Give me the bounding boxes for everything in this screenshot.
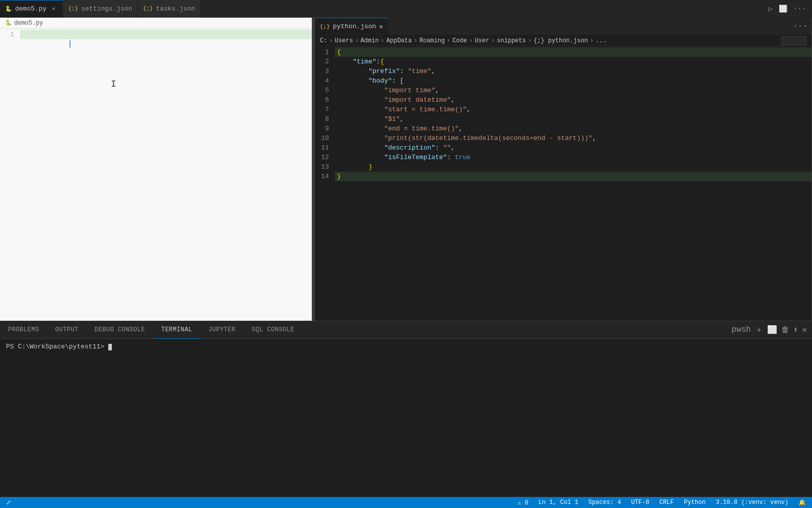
left-filename: demo5.py [14, 20, 43, 27]
left-file-type-icon: 🐍 [5, 20, 12, 26]
right-tab-bar: {;} python.json ✕ ··· [315, 18, 811, 35]
status-bar: ⤢ ⚠ 0 Ln 1, Col 1 Spaces: 4 UTF-8 CRLF P… [0, 497, 812, 508]
breadcrumb-snippets: snippets [497, 37, 526, 44]
breadcrumb-sep3: › [381, 37, 384, 44]
language-text: Python [684, 499, 706, 506]
json-file-icon-python: {;} [320, 24, 330, 30]
code-line-6: "import datetime", [335, 95, 811, 105]
shell-label: pwsh [731, 325, 751, 334]
left-tab-bar: 🐍 demo5.py ✕ {;} settings.json {;} tasks… [0, 0, 812, 18]
left-code-content[interactable]: I [20, 29, 312, 321]
run-icon[interactable]: ▷ [766, 4, 774, 14]
editors-row: 🐍 demo5.py 1 I [0, 18, 812, 321]
code-line-5: "import time", [335, 86, 811, 95]
breadcrumb-appdata: AppData [386, 37, 412, 44]
terminal-cursor [108, 344, 112, 350]
line-col-text: Ln 1, Col 1 [538, 499, 578, 506]
breadcrumb-path: C: › Users › Admin › AppData › Roaming ›… [320, 37, 606, 44]
split-terminal-icon[interactable]: ⬜ [767, 325, 777, 335]
breadcrumb-sep8: › [528, 37, 531, 44]
right-tab-actions: ··· [789, 22, 811, 31]
breadcrumb-python-json: {;} python.json [533, 37, 588, 44]
code-line-9: "end = time.time()", [335, 124, 811, 133]
cursor-area: I [20, 39, 312, 49]
python-file-icon: 🐍 [5, 6, 12, 12]
code-line-8: "$1", [335, 114, 811, 124]
breadcrumb-c: C: [320, 37, 327, 44]
tab-python-json[interactable]: {;} python.json ✕ [315, 18, 388, 35]
left-code-area[interactable]: 1 I [0, 29, 312, 321]
maximize-panel-icon[interactable]: ⬆ [793, 325, 798, 335]
breadcrumb-users: Users [335, 37, 353, 44]
i-beam-indicator: I [111, 80, 116, 89]
left-editor-pane: 🐍 demo5.py 1 I [0, 18, 312, 321]
tab-label-tasks: tasks.json [156, 5, 195, 13]
breadcrumb-sep6: › [469, 37, 472, 44]
code-line-10: "print(str(datetime.timedelta(seconds=en… [335, 133, 811, 143]
status-line-ending[interactable]: CRLF [657, 499, 676, 506]
editor-actions: ▷ ⬜ ··· [762, 4, 812, 14]
json-file-icon-settings: {;} [68, 6, 78, 12]
breadcrumb-code: Code [452, 37, 467, 44]
panel-tab-sql-console[interactable]: SQL CONSOLE [243, 321, 302, 339]
tab-tasks-json[interactable]: {;} tasks.json [138, 0, 201, 18]
close-tab-python-json[interactable]: ✕ [379, 23, 383, 31]
right-line-numbers: 1 2 3 4 5 6 7 8 9 10 11 12 13 14 [315, 46, 335, 321]
breadcrumb-sep7: › [491, 37, 495, 44]
panel-tab-output[interactable]: OUTPUT [47, 321, 87, 339]
close-tab-demo5py[interactable]: ✕ [49, 5, 57, 13]
status-line-col[interactable]: Ln 1, Col 1 [536, 499, 580, 506]
new-terminal-icon[interactable]: ＋ [755, 325, 763, 335]
split-editor-icon[interactable]: ⬜ [777, 4, 789, 14]
right-code-content[interactable]: { "time":{ "prefix": "time", "body": [ "… [335, 46, 811, 321]
bottom-panel: PROBLEMS OUTPUT DEBUG CONSOLE TERMINAL J… [0, 321, 812, 497]
code-line-12: "isFileTemplate": true [335, 153, 811, 162]
more-actions-icon[interactable]: ··· [791, 4, 808, 14]
tab-demo5py[interactable]: 🐍 demo5.py ✕ [0, 0, 63, 18]
encoding-text: UTF-8 [631, 499, 649, 506]
panel-tab-actions: pwsh ＋ ⬜ 🗑 ⬆ ✕ [726, 325, 812, 335]
right-more-actions-icon[interactable]: ··· [793, 22, 807, 31]
json-file-icon-tasks: {;} [143, 6, 153, 12]
panel-tab-jupyter[interactable]: JUPYTER [200, 321, 244, 339]
panel-tab-debug-console[interactable]: DEBUG CONSOLE [87, 321, 153, 339]
line-ending-text: CRLF [659, 499, 674, 506]
terminal-prompt-line: PS C:\WorkSpace\pytest11> [6, 343, 806, 350]
minimap-thumb [781, 36, 806, 45]
bell-icon: 🔔 [798, 499, 806, 506]
terminal-prompt-text: PS C:\WorkSpace\pytest11> [6, 343, 108, 350]
close-panel-icon[interactable]: ✕ [802, 325, 807, 335]
panel-tab-problems[interactable]: PROBLEMS [0, 321, 47, 339]
status-spaces[interactable]: Spaces: 4 [586, 499, 623, 506]
right-code-area[interactable]: 1 2 3 4 5 6 7 8 9 10 11 12 13 14 [315, 46, 811, 321]
code-line-13: } [335, 162, 811, 172]
remote-icon[interactable]: ⤢ [4, 499, 13, 506]
breadcrumb-user: User [475, 37, 489, 44]
left-breadcrumb: 🐍 demo5.py [0, 18, 312, 29]
breadcrumb-sep5: › [447, 37, 450, 44]
trash-icon[interactable]: 🗑 [781, 325, 789, 335]
left-line-numbers: 1 [0, 29, 20, 321]
breadcrumb-sep9: › [590, 37, 593, 44]
code-line-4: "body": [ [335, 76, 811, 86]
status-language[interactable]: Python [682, 499, 708, 506]
status-errors[interactable]: ⚠ 0 [515, 499, 530, 506]
tab-settings-json[interactable]: {;} settings.json [63, 0, 138, 18]
status-notifications[interactable]: 🔔 [796, 499, 808, 506]
status-encoding[interactable]: UTF-8 [629, 499, 651, 506]
status-left: ⤢ [4, 499, 13, 506]
breadcrumb-admin: Admin [361, 37, 379, 44]
code-line-3: "prefix": "time", [335, 66, 811, 76]
terminal-content[interactable]: PS C:\WorkSpace\pytest11> [0, 339, 812, 497]
tab-label-settings: settings.json [81, 5, 132, 13]
breadcrumb-roaming: Roaming [420, 37, 445, 44]
status-interpreter[interactable]: 3.10.8 (:venv: venv) [714, 499, 790, 506]
panel-tab-terminal[interactable]: TERMINAL [153, 321, 200, 339]
breadcrumb-ellipsis: ... [595, 37, 606, 44]
code-line-7: "start = time.time()", [335, 105, 811, 114]
right-breadcrumb: C: › Users › Admin › AppData › Roaming ›… [315, 35, 811, 46]
code-line-1 [20, 30, 312, 39]
error-icon: ⚠ 0 [517, 499, 528, 506]
tab-label-demo5py: demo5.py [15, 5, 46, 13]
breadcrumb-sep4: › [414, 37, 417, 44]
